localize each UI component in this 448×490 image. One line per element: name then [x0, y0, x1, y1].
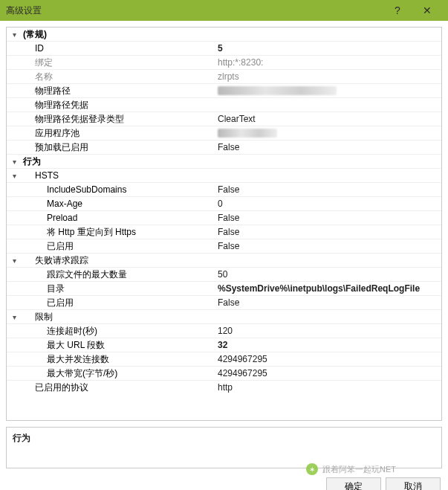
group-hsts[interactable]: ▾ HSTS — [7, 169, 441, 183]
prop-preload[interactable]: 预加载已启用False — [7, 141, 441, 155]
group-general[interactable]: ▾ (常规) — [7, 28, 441, 42]
prop-limit-maxconn[interactable]: 最大并发连接数4294967295 — [7, 352, 441, 367]
ok-button[interactable]: 确定 — [326, 477, 381, 490]
prop-enabled-protocols[interactable]: 已启用的协议http — [7, 381, 441, 395]
redacted-value — [218, 129, 277, 138]
prop-name[interactable]: 名称zlrpts — [7, 70, 441, 84]
prop-id[interactable]: ID5 — [7, 42, 441, 56]
window-title: 高级设置 — [6, 4, 383, 17]
property-grid[interactable]: ▾ (常规) ID5 绑定http:*:8230: 名称zlrpts 物理路径 … — [6, 27, 442, 421]
description-title: 行为 — [13, 432, 435, 445]
prop-frt-maxfiles[interactable]: 跟踪文件的最大数量50 — [7, 268, 441, 282]
help-button[interactable]: ? — [383, 0, 412, 21]
prop-hsts-maxage[interactable]: Max-Age0 — [7, 197, 441, 211]
chevron-down-icon[interactable]: ▾ — [7, 155, 22, 168]
prop-frt-enabled[interactable]: 已启用False — [7, 296, 441, 310]
prop-physical-path[interactable]: 物理路径 — [7, 84, 441, 98]
prop-limit-urlsegments[interactable]: 最大 URL 段数32 — [7, 338, 441, 352]
prop-frt-directory[interactable]: 目录%SystemDrive%\inetpub\logs\FailedReqLo… — [7, 282, 441, 296]
prop-binding[interactable]: 绑定http:*:8230: — [7, 56, 441, 70]
group-failed-request-tracing[interactable]: ▾ 失败请求跟踪 — [7, 254, 441, 268]
chevron-down-icon[interactable]: ▾ — [7, 254, 22, 267]
chevron-down-icon[interactable]: ▾ — [7, 169, 22, 182]
prop-hsts-preload[interactable]: PreloadFalse — [7, 211, 441, 225]
prop-physical-cred[interactable]: 物理路径凭据 — [7, 98, 441, 112]
group-behavior[interactable]: ▾ 行为 — [7, 155, 441, 169]
prop-limit-timeout[interactable]: 连接超时(秒)120 — [7, 324, 441, 338]
chevron-down-icon[interactable]: ▾ — [7, 310, 22, 323]
chevron-down-icon[interactable]: ▾ — [7, 28, 22, 41]
redacted-value — [218, 86, 337, 95]
prop-app-pool[interactable]: 应用程序池 — [7, 126, 441, 141]
cancel-button[interactable]: 取消 — [386, 477, 441, 490]
description-panel: 行为 — [6, 427, 442, 468]
prop-physical-cred-type[interactable]: 物理路径凭据登录类型ClearText — [7, 112, 441, 126]
prop-hsts-includesub[interactable]: IncludeSubDomainsFalse — [7, 183, 441, 197]
group-limit[interactable]: ▾ 限制 — [7, 310, 441, 324]
dialog-footer: 确定 取消 — [0, 474, 448, 490]
title-bar: 高级设置 ? ✕ — [0, 0, 448, 21]
prop-hsts-enabled[interactable]: 已启用False — [7, 239, 441, 254]
close-button[interactable]: ✕ — [412, 0, 442, 21]
prop-limit-bandwidth[interactable]: 最大带宽(字节/秒)4294967295 — [7, 367, 441, 381]
prop-hsts-redirect[interactable]: 将 Http 重定向到 HttpsFalse — [7, 225, 441, 239]
